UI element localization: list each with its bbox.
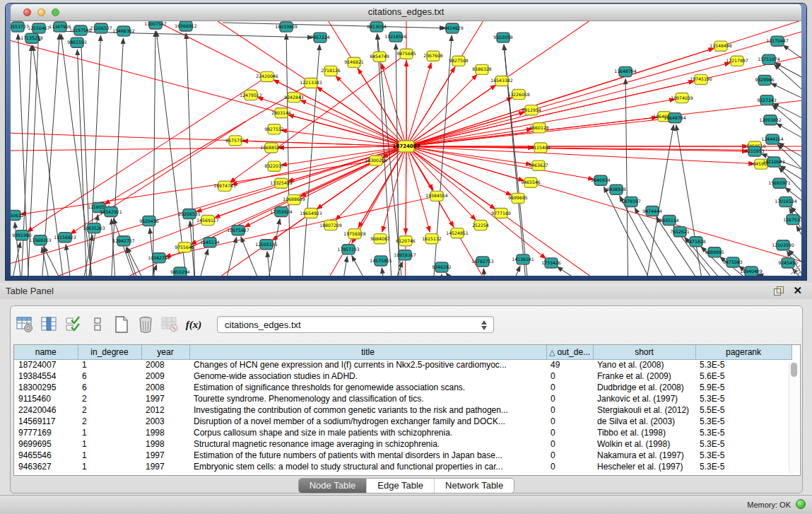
table-cell: Changes of HCN gene expression and I(f) … [189,359,546,370]
node-label: 12444154 [761,136,784,141]
node-label: 16033809 [275,24,298,29]
table-row[interactable]: 1938455462009Genome-wide association stu… [14,370,792,382]
table-row[interactable]: 2242004622012Investigating the contribut… [14,404,792,416]
table-cell: 0 [546,438,593,450]
network-canvas[interactable]: 9115460866012889129541322605816543382818… [11,21,801,276]
node-label: 8575751 [225,138,245,143]
tab-network-table[interactable]: Network Table [435,479,514,493]
node-label: 252254 [472,223,489,228]
node-label: 9329966 [755,77,775,82]
node-label: 9827508 [449,58,469,63]
table-row[interactable]: 911546021997Tourette syndrome. Phenomeno… [14,393,792,404]
node-label: 19745190 [690,76,712,81]
node-label: 16782753 [471,259,494,264]
table-cell: 1997 [141,450,189,461]
network-window[interactable]: citations_edges.txt 91154608660128891295… [6,4,806,280]
table-cell: 2012 [141,404,189,416]
node-label: 15751074 [758,57,780,62]
node-label: 1167533 [783,217,801,222]
node-label: 8471828 [686,239,706,244]
node-label: 9474444 [642,208,662,213]
table-row[interactable]: 969969511998Structural magnetic resonanc… [14,438,792,450]
table-row[interactable]: 1830029562008Estimation of significance … [14,382,792,393]
table-row[interactable]: 946362711997Embryonic stem cells: a mode… [14,461,792,472]
column-header-title[interactable]: title [189,345,546,359]
delete-columns-icon[interactable] [135,314,156,335]
node-label: 9465546 [521,180,541,185]
close-panel-icon[interactable]: ✕ [793,284,802,297]
node-label: 9889995 [705,250,724,255]
table-cell: 14569117 [14,416,78,427]
dropdown-stepper-icon [481,320,488,331]
memory-status-icon[interactable] [796,499,806,509]
table-cell: de Silva et al. (2003) [593,416,695,427]
table-mode-icon[interactable] [15,314,36,335]
table-cell: Corpus callosum shape and size in male p… [189,427,546,438]
column-header-year[interactable]: year [141,345,189,359]
node-table[interactable]: namein_degreeyeartitle△out_de...shortpag… [13,344,801,476]
table-cell: 0 [546,370,593,382]
row-options-icon[interactable] [87,314,108,335]
table-cell: 0 [546,393,593,404]
node-label: 10342759 [148,255,170,260]
node-label: 9850294 [170,269,190,274]
table-cell: 1998 [141,427,189,438]
node-table-header: namein_degreeyeartitle△out_de...shortpag… [14,345,792,359]
table-vertical-scrollbar[interactable] [789,361,799,474]
table-cell: Disruption of a novel member of a sodium… [189,416,546,427]
node-label: 14569117 [196,218,219,223]
node-label: 9084067 [370,236,390,241]
node-label: 19384554 [425,193,448,198]
node-label: 9227343 [757,98,777,103]
table-selector[interactable]: citations_edges.txt [217,316,494,333]
column-header-out-de-[interactable]: △out_de... [546,345,593,359]
column-header-name[interactable]: name [14,345,78,359]
tab-node-table[interactable]: Node Table [299,479,367,493]
function-builder-icon[interactable]: f(x) [183,314,204,335]
node-label: 17016534 [775,199,797,204]
node-label: 8813054 [367,24,387,29]
float-panel-icon[interactable] [774,286,784,296]
table-cell: Structural magnetic resonance image aver… [189,438,546,450]
table-cell: 49 [546,359,593,370]
tab-edge-table[interactable]: Edge Table [367,479,435,493]
node-label: 18807209 [319,223,342,228]
table-cell: Genome-wide association studies in ADHD. [189,370,546,382]
node-label: 10197540 [69,28,92,33]
table-cell: 5.3E-5 [695,359,792,370]
table-selector-value: citations_edges.txt [225,320,301,330]
node-label: 11648794 [614,69,637,74]
table-row[interactable]: 1872400712008Changes of HCN gene express… [14,359,792,370]
column-header-short[interactable]: short [593,345,695,359]
sort-ascending-icon: △ [549,348,555,356]
node-label: 14136141 [512,257,534,262]
table-cell: 5.3E-5 [695,416,792,427]
table-cell: 19384554 [14,370,78,382]
scrollbar-thumb[interactable] [791,363,797,377]
node-label: 8322037 [264,163,284,168]
table-cell: Yano et al. (2008) [593,359,695,370]
network-window-titlebar[interactable]: citations_edges.txt [11,4,801,21]
node-label: 9146821 [344,59,364,64]
node-label: 20206535 [178,211,201,216]
node-label: 17135278 [20,35,43,40]
table-cell: 1 [78,427,141,438]
node-label: 12479512 [240,93,262,98]
column-header-pagerank[interactable]: pagerank [695,345,792,359]
column-visibility-icon[interactable] [39,314,60,335]
node-label: 13325419 [270,180,293,185]
table-row[interactable]: 1456911722003Disruption of a novel membe… [14,416,792,427]
new-table-icon[interactable] [111,314,132,335]
node-label: 13226058 [507,92,530,97]
node-label: 6879197 [621,199,641,204]
node-label: 16940489 [740,269,763,274]
edit-columns-icon[interactable] [63,314,84,335]
node-label: 19218506 [384,34,407,39]
status-bar: Memory: OK [0,495,812,514]
table-cell: 0 [546,382,593,393]
table-row[interactable]: 977716911998Corpus callosum shape and si… [14,427,792,438]
table-row[interactable]: 946554611997Estimation of the future num… [14,450,792,461]
column-header-in-degree[interactable]: in_degree [78,345,141,359]
table-cell: 0 [546,461,593,472]
table-cell: 0 [546,427,593,438]
